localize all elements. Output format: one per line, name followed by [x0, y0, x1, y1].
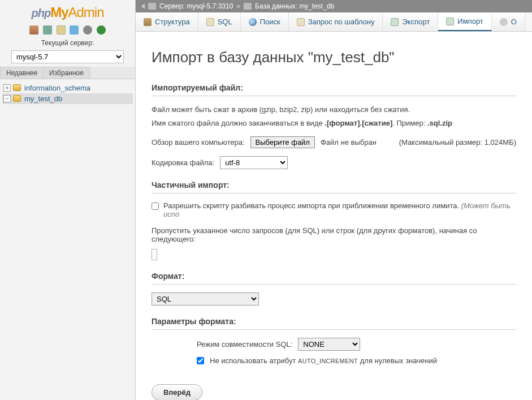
main-area: Сервер: mysql-5.7:3310 » База данных: my… [136, 0, 532, 400]
nav-tabs: Недавнее Избранное [0, 67, 135, 79]
charset-label: Кодировка файла: [152, 158, 214, 167]
choose-file-button[interactable]: Выберите файл [250, 136, 315, 148]
settings-icon[interactable] [83, 25, 92, 35]
reload-icon[interactable] [97, 25, 106, 35]
database-icon [13, 84, 21, 91]
format-select[interactable]: SQL [152, 293, 259, 306]
sql-compat-label: Режим совместимости SQL: [197, 340, 292, 349]
sidebar-toolbar [0, 23, 135, 38]
recent-tab[interactable]: Недавнее [0, 67, 44, 79]
skip-queries-input[interactable] [152, 249, 157, 260]
home-icon[interactable] [29, 25, 38, 35]
skip-queries-label: Пропустить указанное число запросов (для… [152, 226, 516, 243]
docs-icon[interactable] [70, 25, 79, 35]
logo-my: My [50, 5, 68, 20]
format-options: Режим совместимости SQL: NONE Не использ… [197, 338, 516, 365]
filename-hint: Имя сжатого файла должно заканчиваться в… [152, 118, 516, 129]
main-tabs: Структура SQL Поиск Запрос по шаблону Эк… [136, 12, 532, 32]
no-autoincrement-checkbox[interactable] [197, 357, 204, 364]
page-title: Импорт в базу данных "my_test_db" [152, 49, 516, 66]
operations-icon [500, 18, 508, 26]
expand-icon[interactable]: + [3, 84, 11, 92]
tab-query[interactable]: Запрос по шаблону [289, 12, 383, 31]
db-node-information-schema[interactable]: + information_schema [2, 83, 133, 93]
search-icon [249, 18, 257, 26]
file-section-heading: Импортируемый файл: [152, 83, 516, 96]
database-tree: + information_schema − my_test_db [0, 79, 135, 107]
tab-export[interactable]: Экспорт [383, 12, 438, 31]
database-icon [244, 3, 252, 10]
logo-admin: Admin [68, 5, 103, 20]
charset-select[interactable]: utf-8 [220, 156, 288, 169]
sql-compat-select[interactable]: NONE [298, 338, 360, 351]
tab-import[interactable]: Импорт [438, 12, 491, 31]
server-icon [148, 3, 156, 10]
breadcrumb-database[interactable]: База данных: my_test_db [255, 2, 334, 10]
tab-operations[interactable]: О [492, 12, 525, 31]
logo-php: php [31, 7, 50, 19]
sql-query-icon[interactable] [57, 25, 66, 35]
back-icon[interactable] [141, 3, 145, 9]
tab-structure[interactable]: Структура [136, 12, 198, 31]
server-select[interactable]: mysql-5.7 [11, 50, 124, 63]
compression-hint: Файл может быть сжат в архив (gzip, bzip… [152, 104, 516, 115]
collapse-icon[interactable]: − [3, 95, 11, 102]
tab-search[interactable]: Поиск [241, 12, 289, 31]
db-name: my_test_db [24, 94, 62, 103]
partial-import-heading: Частичный импорт: [152, 180, 516, 193]
max-size-label: (Максимальный размер: 1,024МБ) [399, 138, 516, 147]
breadcrumb-separator: » [236, 2, 240, 10]
query-icon [297, 18, 305, 26]
favorites-tab[interactable]: Избранное [43, 67, 90, 79]
db-node-my-test-db[interactable]: − my_test_db [2, 93, 133, 104]
breadcrumb-server[interactable]: Сервер: mysql-5.7:3310 [159, 2, 233, 10]
breadcrumb: Сервер: mysql-5.7:3310 » База данных: my… [136, 0, 532, 12]
tab-sql[interactable]: SQL [198, 12, 241, 31]
format-heading: Формат: [152, 272, 516, 285]
current-server-label: Текущий сервер: [0, 38, 135, 48]
allow-interrupt-checkbox[interactable] [152, 203, 159, 210]
submit-button[interactable]: Вперёд [152, 384, 202, 400]
format-options-heading: Параметры формата: [152, 317, 516, 330]
phpmyadmin-logo[interactable]: phpMyAdmin [0, 0, 135, 23]
sidebar: phpMyAdmin Текущий сервер: mysql-5.7 Нед… [0, 0, 136, 400]
logout-icon[interactable] [43, 25, 52, 35]
export-icon [391, 18, 399, 26]
database-icon [13, 95, 21, 102]
file-status: Файл не выбран [321, 138, 377, 147]
structure-icon [144, 18, 152, 26]
import-icon [446, 18, 454, 25]
browse-label: Обзор вашего компьютера: [152, 138, 245, 147]
content: Импорт в базу данных "my_test_db" Импорт… [136, 32, 532, 400]
sql-icon [206, 18, 214, 26]
db-name: information_schema [24, 84, 90, 92]
allow-interrupt-label: Разрешить скрипту разбивать процесс импо… [163, 201, 516, 218]
no-autoincrement-label: Не использовать атрибут AUTO_INCREMENT д… [210, 356, 437, 365]
